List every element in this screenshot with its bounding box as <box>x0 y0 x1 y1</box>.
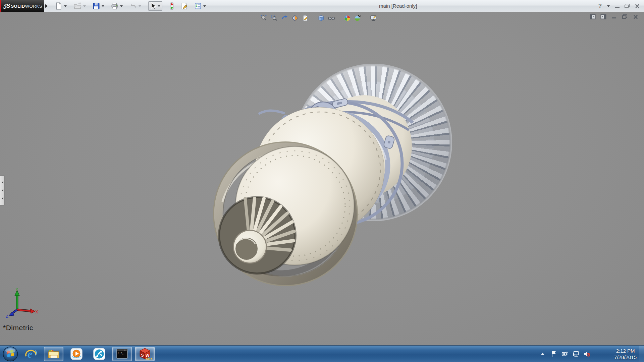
options-button[interactable] <box>194 2 202 10</box>
help-dropdown-caret[interactable] <box>607 5 610 7</box>
doc-close-icon <box>633 15 638 19</box>
select-cursor-icon <box>149 2 157 10</box>
glasses-icon <box>328 15 335 21</box>
edit-appearance-button[interactable] <box>342 14 352 22</box>
save-button[interactable] <box>92 2 100 10</box>
new-dropdown-caret[interactable] <box>64 5 67 7</box>
triad-z-label: Z <box>6 314 8 318</box>
doc-minimize-button[interactable] <box>611 14 618 20</box>
flyout-arrow-icon <box>45 4 48 8</box>
show-hidden-icons-arrow-icon <box>541 352 545 356</box>
apply-scene-button[interactable] <box>353 14 362 22</box>
options-list-icon <box>194 2 202 10</box>
taskbar-windows-explorer[interactable] <box>44 347 63 361</box>
app-close-button[interactable] <box>633 2 641 10</box>
previous-view-icon <box>281 15 288 21</box>
taskbar-code-branch-app[interactable] <box>90 347 109 361</box>
file-properties-button[interactable] <box>180 2 189 10</box>
main-toolbar <box>54 1 207 11</box>
taskbar-media-player[interactable] <box>67 347 86 361</box>
taskbar-internet-explorer[interactable]: e <box>21 347 41 361</box>
undo-dropdown-caret[interactable] <box>139 5 141 7</box>
scene-ball-icon <box>354 15 361 21</box>
print-dropdown-caret[interactable] <box>120 5 123 7</box>
save-floppy-icon <box>93 2 100 10</box>
solidworks-logo-text-light: WORKS <box>25 4 43 9</box>
annotation-view-icon <box>302 15 309 21</box>
code-branch-app-icon <box>93 347 106 361</box>
file-properties-icon <box>181 2 188 10</box>
command-prompt-text: C:\_ <box>118 352 124 355</box>
collapse-right-pane-button[interactable] <box>600 14 607 20</box>
solidworks-logo-text-bold: SOLID <box>11 4 25 9</box>
solidworks-logo[interactable]: ƷS SOLIDWORKS <box>1 0 44 12</box>
view-orientation-label: *Dimetric <box>3 324 33 332</box>
splitter-arrow-icon <box>2 189 3 192</box>
app-restore-button[interactable] <box>623 2 631 10</box>
appearance-ball-icon <box>344 15 351 21</box>
jet-engine-model[interactable] <box>0 12 644 345</box>
document-window-controls <box>589 14 639 20</box>
print-button[interactable] <box>111 2 119 10</box>
windows-explorer-icon <box>47 347 60 361</box>
previous-view-button[interactable] <box>280 14 289 22</box>
splitter-arrow-icon <box>2 197 3 200</box>
display-style-button[interactable] <box>327 14 336 22</box>
collapse-right-pane-icon <box>600 14 606 19</box>
section-view-icon <box>291 15 298 21</box>
section-view-button[interactable] <box>290 14 299 22</box>
doc-minimize-icon <box>612 14 616 19</box>
network-status-icon <box>573 351 579 357</box>
titlebar-controls: ? <box>596 0 641 12</box>
triad-y-label: Y <box>15 288 18 292</box>
power-button[interactable] <box>561 351 568 357</box>
windows-taskbar: e <box>0 345 644 362</box>
collapse-left-pane-button[interactable] <box>589 14 596 20</box>
new-document-icon <box>55 2 62 10</box>
sw-year: 2015 <box>145 357 152 361</box>
help-button[interactable]: ? <box>596 2 604 10</box>
annotation-view-button[interactable] <box>301 14 310 22</box>
options-dropdown-caret[interactable] <box>203 5 206 7</box>
doc-close-button[interactable] <box>632 14 639 20</box>
taskbar-clock[interactable]: 2:12 PM 7/28/2015 <box>614 348 637 360</box>
start-button[interactable] <box>1 346 19 362</box>
collapse-left-pane-icon <box>590 14 596 19</box>
feature-pane-splitter-tab[interactable] <box>0 175 5 205</box>
graphics-viewport[interactable]: Y X Z *Dimetric <box>0 12 644 345</box>
zoom-to-area-button[interactable] <box>269 14 278 22</box>
show-hidden-icons-button[interactable] <box>539 351 546 357</box>
menu-flyout-arrow[interactable] <box>45 3 50 9</box>
zoom-to-fit-button[interactable] <box>259 14 268 22</box>
network-button[interactable] <box>573 351 579 357</box>
open-dropdown-caret[interactable] <box>83 5 86 7</box>
view-settings-button[interactable] <box>369 14 378 22</box>
undo-button[interactable] <box>129 2 137 10</box>
media-player-icon <box>70 347 83 361</box>
select-tool-button[interactable] <box>148 1 162 11</box>
select-dropdown-caret[interactable] <box>158 5 160 7</box>
taskbar-solidworks[interactable]: S W 2015 <box>135 347 155 361</box>
action-center-button[interactable] <box>550 351 557 357</box>
new-document-button[interactable] <box>55 2 63 10</box>
sw-letter-s: S <box>141 353 144 358</box>
show-desktop-button[interactable] <box>639 346 644 362</box>
internet-explorer-icon: e <box>24 347 38 361</box>
doc-restore-icon <box>622 14 628 19</box>
command-prompt-icon: C:\_ <box>115 347 129 361</box>
taskbar-command-prompt[interactable]: C:\_ <box>112 347 132 361</box>
restore-icon <box>625 4 630 8</box>
undo-arrow-icon <box>129 2 137 10</box>
doc-restore-button[interactable] <box>622 14 628 20</box>
app-minimize-button[interactable] <box>613 2 621 10</box>
triad-x-label: X <box>35 309 38 314</box>
view-orientation-button[interactable] <box>316 14 325 22</box>
volume-muted-button[interactable] <box>584 351 590 357</box>
rebuild-button[interactable] <box>168 2 175 10</box>
save-dropdown-caret[interactable] <box>102 5 104 7</box>
volume-muted-icon <box>584 351 590 357</box>
app-titlebar: ƷS SOLIDWORKS <box>0 0 644 12</box>
open-document-button[interactable] <box>73 2 82 10</box>
printer-icon <box>111 2 118 10</box>
traffic-light-icon <box>169 2 175 10</box>
